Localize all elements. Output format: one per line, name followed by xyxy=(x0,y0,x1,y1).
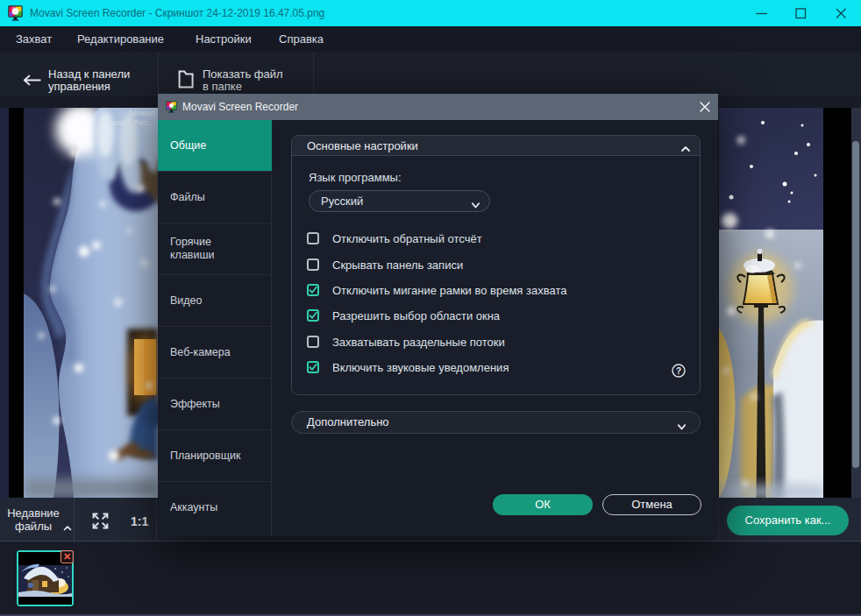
svg-text:?: ? xyxy=(676,366,681,376)
